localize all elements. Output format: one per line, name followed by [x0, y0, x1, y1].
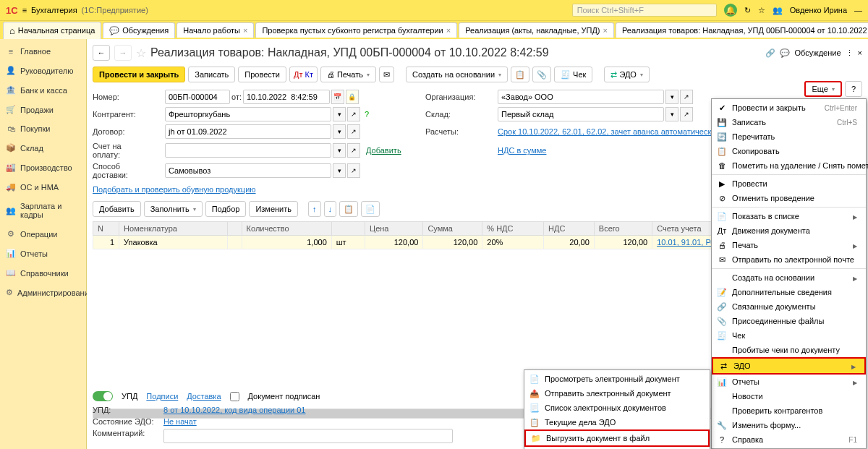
users-icon[interactable] [773, 6, 783, 15]
star-icon[interactable]: ☆ [136, 46, 146, 60]
sidebar-item[interactable]: 🛍Покупки [0, 119, 86, 138]
number-input[interactable] [165, 90, 230, 104]
menu-item[interactable]: 🔄Перечитать [712, 129, 866, 144]
add-account-link[interactable]: Добавить [366, 146, 401, 155]
comment-input[interactable] [163, 429, 453, 443]
menu-item[interactable]: ▶Провести [712, 176, 866, 191]
org-input[interactable] [498, 90, 664, 104]
help-button[interactable]: ? [845, 81, 862, 97]
menu-item[interactable]: 🔗Связанные документы [712, 299, 866, 314]
edo-button[interactable]: ⇄ЭДО [604, 67, 650, 82]
sidebar-item[interactable]: 🏦Банк и касса [0, 80, 86, 100]
forward-button[interactable]: → [114, 45, 132, 61]
save-button[interactable]: Записать [188, 67, 235, 82]
menu-item[interactable]: Проверить контрагентов [712, 403, 866, 418]
close-icon[interactable]: × [603, 26, 608, 35]
print-button[interactable]: 🖨Печать [320, 67, 376, 82]
menu-item[interactable]: 📤Отправить электронный документ [524, 386, 710, 401]
link-icon[interactable]: 🔗 [765, 48, 775, 58]
dt-kt-button[interactable]: ДтКт [289, 67, 318, 82]
delivery-input[interactable] [165, 163, 331, 178]
upd-toggle[interactable] [93, 391, 113, 401]
favorites-icon[interactable] [758, 6, 765, 15]
cheque-button[interactable]: 🧾Чек [554, 67, 592, 82]
menu-item[interactable]: 📋Скопировать [712, 144, 866, 158]
paste-button[interactable]: 📄 [361, 201, 380, 217]
user-name[interactable]: Овденко Ирина [790, 6, 847, 14]
back-button[interactable]: ← [93, 45, 110, 61]
menu-item[interactable]: 📋Текущие дела ЭДО [524, 415, 710, 429]
dropdown-icon[interactable]: ▾ [665, 90, 678, 104]
sidebar-item[interactable]: 👤Руководителю [0, 61, 86, 80]
tab-discussions[interactable]: 💬Обсуждения [103, 22, 175, 38]
menu-item[interactable]: 🔧Изменить форму... [712, 418, 866, 432]
pick-button[interactable]: Подбор [205, 201, 247, 217]
warehouse-input[interactable] [498, 107, 664, 121]
sidebar-item[interactable]: 🏭Производство [0, 158, 86, 177]
date-input[interactable] [243, 90, 330, 104]
upd-link[interactable]: 8 от 10.10.2022, код вида операции 01 [163, 406, 306, 414]
counter-input[interactable] [165, 107, 331, 121]
sidebar-item[interactable]: 🛒Продажи [0, 100, 86, 119]
contract-input[interactable] [165, 124, 331, 139]
menu-item[interactable]: ДтДвижения документа [712, 223, 866, 238]
menu-item[interactable]: 📄Показать в списке [712, 209, 866, 223]
menu-item[interactable]: 📄Просмотреть электронный документ [524, 372, 710, 386]
menu-item[interactable]: ⇄ЭДО [712, 357, 866, 375]
discuss-link[interactable]: Обсуждение [794, 48, 841, 57]
close-icon[interactable]: × [446, 26, 451, 35]
menu-item[interactable]: Создать на основании [712, 270, 866, 285]
edo-state-link[interactable]: Не начат [163, 417, 197, 426]
menu-item[interactable]: 📎Присоединенные файлы [712, 314, 866, 328]
post-close-button[interactable]: Провести и закрыть [93, 67, 185, 82]
menu-item[interactable]: Пробитые чеки по документу [712, 343, 866, 357]
menu-item[interactable]: 📊Отчеты [712, 375, 866, 389]
sidebar-item[interactable]: ≡Главное [0, 42, 86, 61]
minimize-icon[interactable]: — [854, 6, 862, 14]
shoe-link[interactable]: Подобрать и проверить обувную продукцию [93, 185, 256, 194]
sidebar-item[interactable]: 📖Справочники [0, 263, 86, 283]
lock-icon[interactable]: 🔒 [346, 90, 359, 104]
tab-sales-list[interactable]: Реализация (акты, накладные, УПД)× [459, 22, 614, 38]
history-icon[interactable]: ↻ [744, 6, 751, 15]
calendar-icon[interactable]: 📅 [331, 90, 344, 104]
help-icon[interactable]: ? [365, 110, 369, 119]
tab-start[interactable]: Начало работы× [176, 22, 254, 38]
add-row-button[interactable]: Добавить [93, 201, 141, 217]
extra2-button[interactable]: 📎 [532, 67, 551, 82]
discuss-icon[interactable]: 💬 [780, 48, 790, 58]
sidebar-item[interactable]: 📊Отчеты [0, 244, 86, 263]
close-icon[interactable]: × [243, 26, 247, 35]
account-input[interactable] [165, 143, 331, 158]
create-based-button[interactable]: Создать на основании [406, 67, 508, 82]
sidebar-item[interactable]: ⚙Операции [0, 224, 86, 244]
open-icon[interactable]: ↗ [680, 90, 693, 104]
menu-item[interactable]: ⊘Отменить проведение [712, 191, 866, 205]
menu-item[interactable]: 🖨Печать [712, 238, 866, 252]
menu-item[interactable]: ✉Отправить по электронной почте [712, 252, 866, 267]
move-down-button[interactable]: ↓ [324, 201, 337, 217]
copy-button[interactable]: 📋 [339, 201, 358, 217]
email-button[interactable]: ✉ [379, 67, 394, 82]
sidebar-item[interactable]: 📦Склад [0, 138, 86, 158]
kebab-icon[interactable]: ⋮ [846, 48, 854, 58]
sidebar-item[interactable]: 🚚ОС и НМА [0, 177, 86, 197]
menu-item[interactable]: Новости [712, 389, 866, 403]
global-search[interactable]: Поиск Ctrl+Shift+F [572, 4, 717, 17]
menu-item[interactable]: 📁Выгрузить документ в файл [524, 429, 710, 447]
more-button[interactable]: Еще [804, 81, 841, 97]
menu-item[interactable]: ?СправкаF1 [712, 432, 866, 447]
sidebar-item[interactable]: ⚙Администрирование [0, 283, 86, 302]
menu-item[interactable]: 🧾Чек [712, 328, 866, 343]
extra1-button[interactable]: 📋 [511, 67, 529, 82]
sidebar-item[interactable]: 👥Зарплата и кадры [0, 197, 86, 224]
menu-item[interactable]: 📃Список электронных документов [524, 401, 710, 415]
tab-current-doc[interactable]: Реализация товаров: Накладная, УПД 00БП-… [616, 22, 868, 38]
fill-button[interactable]: Заполнить [144, 201, 203, 217]
menu-item[interactable]: ✔Провести и закрытьCtrl+Enter [712, 101, 866, 115]
delivery-link[interactable]: Доставка [187, 392, 221, 401]
move-up-button[interactable]: ↑ [308, 201, 321, 217]
menu-item[interactable]: 📝Дополнительные сведения [712, 285, 866, 299]
tab-check[interactable]: Проверка пустых субконто регистра бухгал… [255, 22, 457, 38]
change-button[interactable]: Изменить [249, 201, 298, 217]
